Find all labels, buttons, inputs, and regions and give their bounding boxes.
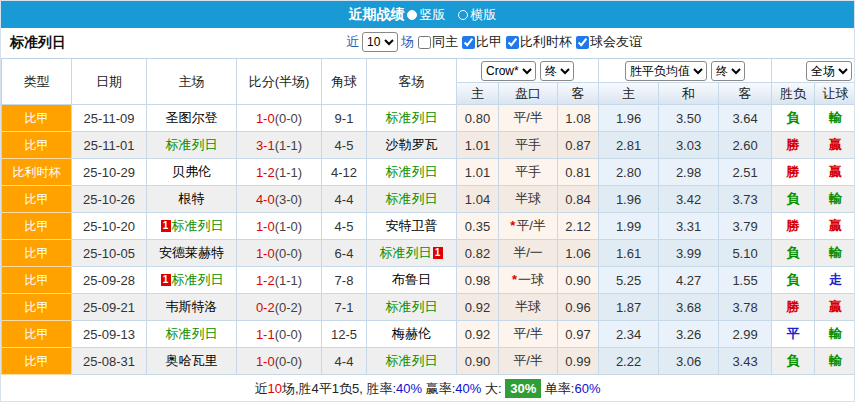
home-team-cell[interactable]: 圣图尔登 [147,105,237,132]
summary-win-rate: 40% [396,381,422,396]
layout-radio-vertical[interactable]: 竖版 [405,6,446,24]
score-cell: 0-2(0-2) [237,294,322,321]
asia-handicap-cell: 平手 [499,132,558,159]
checkbox-input[interactable] [506,36,519,49]
match-count-select[interactable]: 10 [362,32,398,52]
home-team-cell[interactable]: 1标准列日 [147,267,237,294]
date-cell: 25-10-29 [72,159,147,186]
league-checkbox[interactable]: 同主 [418,33,458,51]
wdl-result-cell: 負 [772,186,815,213]
euro-final-select[interactable]: 终 [711,61,745,81]
away-team-cell[interactable]: 梅赫伦 [367,321,457,348]
wdl-average-select[interactable]: 胜平负均值 [625,61,707,81]
euro-away-odds-cell: 5.10 [719,240,772,267]
table-row: 比甲 25-10-20 1标准列日 1-0(1-0) 4-5 安特卫普 0.35… [2,213,855,240]
corner-cell: 4-5 [322,132,367,159]
away-team-cell[interactable]: 标准列日 [367,159,457,186]
away-team-cell[interactable]: 布鲁日 [367,267,457,294]
asia-home-odds-cell: 1.01 [457,132,499,159]
layout-radio-horizontal[interactable]: 横版 [456,6,497,24]
asia-away-odds-cell: 1.06 [558,240,599,267]
away-team-cell[interactable]: 标准列日 [367,186,457,213]
header-euro-home: 主 [599,83,659,105]
checkbox-input[interactable] [576,36,589,49]
results-tbody: 比甲 25-11-09 圣图尔登 1-0(0-0) 9-1 标准列日 0.80 … [2,105,855,375]
away-team-cell[interactable]: 标准列日1 [367,240,457,267]
header-result-handicap: 让球 [815,83,855,105]
asia-away-odds-cell: 2.12 [558,213,599,240]
asia-away-odds-cell: 0.96 [558,294,599,321]
title-bar: 近期战绩 竖版 横版 [1,1,854,28]
table-row: 比甲 25-09-21 韦斯特洛 0-2(0-2) 7-1 标准列日 0.92 … [2,294,855,321]
summary-record: 场,胜4平1负5, 胜率: [282,381,396,396]
euro-draw-odds-cell: 2.98 [659,159,719,186]
date-cell: 25-10-05 [72,240,147,267]
header-date: 日期 [72,59,147,105]
table-row: 比甲 25-11-01 标准列日 3-1(1-1) 4-5 沙勒罗瓦 1.01 … [2,132,855,159]
away-team-cell[interactable]: 标准列日 [367,105,457,132]
away-team-cell[interactable]: 沙勒罗瓦 [367,132,457,159]
header-result-wdl: 胜负 [772,83,815,105]
home-team-cell[interactable]: 1标准列日 [147,213,237,240]
euro-home-odds-cell: 1.87 [599,294,659,321]
date-cell: 25-11-09 [72,105,147,132]
summary-asia-rate: 40% [455,381,481,396]
home-team-cell[interactable]: 贝弗伦 [147,159,237,186]
header-corner: 角球 [322,59,367,105]
euro-away-odds-cell: 3.73 [719,186,772,213]
euro-draw-odds-cell: 3.31 [659,213,719,240]
fullmatch-select[interactable]: 全场 [806,61,852,81]
handicap-result-cell: 輸 [815,186,855,213]
corner-cell: 6-4 [322,240,367,267]
league-checkbox[interactable]: 球会友谊 [576,33,642,51]
table-row: 比甲 25-09-13 标准列日 1-1(0-0) 12-5 梅赫伦 0.92 … [2,321,855,348]
handicap-result-cell: 贏 [815,159,855,186]
summary-big-label: 大: [481,381,505,396]
home-team-cell[interactable]: 韦斯特洛 [147,294,237,321]
date-cell: 25-09-13 [72,321,147,348]
away-team-cell[interactable]: 标准列日 [367,348,457,375]
asia-final-select[interactable]: 终 [540,61,574,81]
result-group: 全场 [772,59,855,83]
score-cell: 1-0(1-0) [237,213,322,240]
away-team-cell[interactable]: 标准列日 [367,294,457,321]
games-label: 场 [401,33,414,51]
date-cell: 25-10-20 [72,213,147,240]
wdl-result-cell: 負 [772,348,815,375]
asia-handicap-cell: 平/半 [499,105,558,132]
home-team-cell[interactable]: 根特 [147,186,237,213]
away-team-cell[interactable]: 安特卫普 [367,213,457,240]
asia-home-odds-cell: 0.35 [457,213,499,240]
asia-away-odds-cell: 1.08 [558,105,599,132]
handicap-result-cell: 贏 [815,213,855,240]
wdl-result-cell: 負 [772,240,815,267]
corner-cell: 9-1 [322,105,367,132]
wdl-result-cell: 負 [772,105,815,132]
euro-away-odds-cell: 3.64 [719,105,772,132]
bookmaker-select[interactable]: Crow* [481,61,536,81]
summary-near: 近 [254,381,267,396]
date-cell: 25-11-01 [72,132,147,159]
date-cell: 25-08-31 [72,348,147,375]
home-team-cell[interactable]: 安德莱赫特 [147,240,237,267]
home-team-cell[interactable]: 标准列日 [147,321,237,348]
radio-selected-icon[interactable] [407,10,417,20]
asia-handicap-cell: *平/半 [499,213,558,240]
score-cell: 1-0(0-0) [237,348,322,375]
league-checkbox[interactable]: 比利时杯 [506,33,572,51]
home-team-cell[interactable]: 标准列日 [147,132,237,159]
near-label: 近 [346,33,359,51]
league-checkboxes: 同主比甲比利时杯球会友谊 [414,33,642,51]
asia-away-odds-cell: 0.87 [558,132,599,159]
header-asia-home: 主 [457,83,499,105]
league-checkbox[interactable]: 比甲 [462,33,502,51]
score-cell: 3-1(1-1) [237,132,322,159]
radio-unselected-icon[interactable] [458,10,468,20]
home-team-cell[interactable]: 奥哈瓦里 [147,348,237,375]
euro-away-odds-cell: 3.43 [719,348,772,375]
asia-home-odds-cell: 0.82 [457,240,499,267]
checkbox-input[interactable] [418,36,431,49]
checkbox-input[interactable] [462,36,475,49]
euro-draw-odds-cell: 4.27 [659,267,719,294]
handicap-result-cell: 輸 [815,240,855,267]
